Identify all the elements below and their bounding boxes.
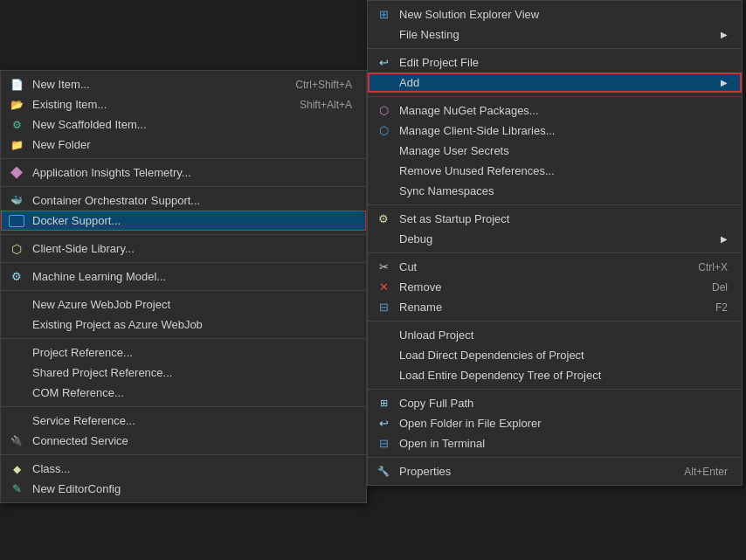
- menu-item-label: New Azure WebJob Project: [32, 298, 352, 311]
- left-menu-item-project-ref[interactable]: Project Reference...: [1, 342, 366, 363]
- menu-item-label: Open Folder in File Explorer: [399, 417, 728, 430]
- right-menu-item-manage-client-libs[interactable]: Manage Client-Side Libraries...: [368, 121, 742, 141]
- left-menu-item-new-item[interactable]: New Item...Ctrl+Shift+A: [1, 74, 366, 94]
- right-menu-item-rename[interactable]: RenameF2: [368, 297, 742, 317]
- left-menu-item-connected-service[interactable]: Connected Service: [1, 431, 366, 451]
- menu-separator: [368, 457, 742, 458]
- left-menu-item-client-side-lib[interactable]: Client-Side Library...: [1, 239, 366, 259]
- startup-icon: [375, 211, 392, 228]
- ml-icon: [8, 268, 25, 286]
- menu-item-label: Connected Service: [32, 434, 352, 447]
- clientlib-icon: [8, 240, 25, 258]
- menu-item-label: Load Entire Dependency Tree of Project: [399, 369, 728, 382]
- menu-separator: [1, 454, 366, 455]
- class-icon: [8, 460, 25, 478]
- right-menu-item-load-entire-tree[interactable]: Load Entire Dependency Tree of Project: [368, 365, 742, 385]
- menu-item-label: Class...: [32, 462, 352, 475]
- menu-item-shortcut: Ctrl+Shift+A: [278, 79, 352, 91]
- menu-item-label: Unload Project: [399, 328, 728, 342]
- folder-icon: [8, 136, 25, 154]
- right-menu-item-manage-user-secrets[interactable]: Manage User Secrets: [368, 141, 742, 161]
- menu-item-label: Open in Terminal: [399, 437, 728, 450]
- left-menu-item-com-ref[interactable]: COM Reference...: [1, 383, 366, 403]
- left-menu-item-new-scaffolded[interactable]: New Scaffolded Item...: [1, 114, 366, 135]
- right-menu-item-remove-unused-refs[interactable]: Remove Unused References...: [368, 161, 742, 181]
- left-menu-item-existing-item[interactable]: Existing Item...Shift+Alt+A: [1, 94, 366, 114]
- existing-icon: [8, 96, 25, 114]
- menu-separator: [1, 158, 366, 159]
- left-menu-item-new-folder[interactable]: New Folder: [1, 135, 366, 155]
- right-menu-item-properties[interactable]: PropertiesAlt+Enter: [368, 461, 742, 481]
- menu-item-label: New Scaffolded Item...: [32, 118, 352, 131]
- menu-item-label: Load Direct Dependencies of Project: [399, 349, 728, 362]
- menu-separator: [1, 338, 366, 339]
- menu-separator: [1, 406, 366, 407]
- submenu-arrow-icon: ▶: [721, 234, 728, 244]
- left-menu-item-app-insights[interactable]: Application Insights Telemetry...: [1, 162, 366, 183]
- menu-item-label: Set as Startup Project: [399, 212, 728, 225]
- menu-separator: [1, 234, 366, 235]
- right-menu-item-set-startup[interactable]: Set as Startup Project: [368, 209, 742, 229]
- menu-separator: [368, 252, 742, 253]
- menu-item-label: Cut: [399, 260, 680, 273]
- menu-item-label: Service Reference...: [32, 414, 352, 427]
- menu-item-label: New Item...: [32, 78, 278, 91]
- right-menu-item-cut[interactable]: CutCtrl+X: [368, 257, 742, 277]
- menu-separator: [368, 48, 742, 49]
- menu-item-label: Edit Project File: [399, 56, 728, 69]
- menu-item-label: Container Orchestrator Support...: [32, 194, 352, 207]
- submenu-arrow-icon: ▶: [721, 78, 728, 87]
- left-menu-item-new-editorconfig[interactable]: New EditorConfig: [1, 479, 366, 499]
- menu-item-shortcut: Alt+Enter: [667, 466, 728, 478]
- right-menu-item-open-terminal[interactable]: Open in Terminal: [368, 433, 742, 453]
- container-icon: [8, 192, 25, 210]
- left-menu-item-ml-model[interactable]: Machine Learning Model...: [1, 266, 366, 287]
- right-menu-item-add[interactable]: Add▶: [368, 73, 742, 93]
- menu-item-label: Properties: [399, 465, 667, 478]
- menu-item-label: Add: [399, 76, 721, 89]
- menu-item-label: New Folder: [32, 138, 352, 151]
- terminal-icon: [375, 435, 392, 453]
- right-menu-item-debug[interactable]: Debug▶: [368, 229, 742, 249]
- right-menu-item-sync-namespaces[interactable]: Sync Namespaces: [368, 181, 742, 201]
- right-menu-item-new-solution-explorer[interactable]: New Solution Explorer View: [368, 4, 742, 24]
- menu-item-label: Remove: [399, 280, 694, 294]
- menu-item-shortcut: F2: [698, 301, 728, 314]
- new-item-icon: [8, 76, 25, 93]
- menu-item-label: Remove Unused References...: [399, 164, 728, 177]
- properties-icon: [375, 463, 392, 480]
- menu-separator: [368, 389, 742, 390]
- menu-item-label: COM Reference...: [32, 386, 352, 399]
- menu-item-label: Rename: [399, 301, 698, 314]
- manage-icon: [375, 122, 392, 140]
- menu-item-label: Manage NuGet Packages...: [399, 104, 728, 117]
- left-menu-item-shared-project-ref[interactable]: Shared Project Reference...: [1, 363, 366, 383]
- editorconfig-icon: [8, 480, 25, 498]
- right-menu-item-edit-project-file[interactable]: Edit Project File: [368, 52, 742, 73]
- left-menu-item-service-ref[interactable]: Service Reference...: [1, 411, 366, 431]
- docker-icon: [8, 212, 25, 230]
- submenu-arrow-icon: ▶: [721, 30, 728, 39]
- rename-icon: [375, 299, 392, 316]
- menu-item-shortcut: Ctrl+X: [680, 261, 728, 273]
- left-menu-item-existing-azure[interactable]: Existing Project as Azure WebJob: [1, 315, 366, 335]
- left-menu-item-docker-support[interactable]: Docker Support...: [1, 211, 366, 231]
- scaffold-icon: [8, 116, 25, 134]
- left-menu-item-container-orchestrator[interactable]: Container Orchestrator Support...: [1, 190, 366, 211]
- right-menu-item-unload-project[interactable]: Unload Project: [368, 325, 742, 345]
- left-menu-item-azure-webjob[interactable]: New Azure WebJob Project: [1, 294, 366, 315]
- right-menu-item-remove[interactable]: RemoveDel: [368, 277, 742, 297]
- right-menu-item-file-nesting[interactable]: File Nesting▶: [368, 24, 742, 45]
- menu-item-label: New Solution Explorer View: [399, 8, 728, 21]
- remove-icon: [375, 279, 392, 296]
- left-menu-item-class[interactable]: Class...: [1, 459, 366, 479]
- menu-separator: [1, 262, 366, 263]
- menu-item-label: Client-Side Library...: [32, 242, 352, 255]
- right-menu-item-load-direct-deps[interactable]: Load Direct Dependencies of Project: [368, 345, 742, 365]
- menu-item-shortcut: Shift+Alt+A: [282, 99, 352, 111]
- right-menu-item-copy-full-path[interactable]: Copy Full Path: [368, 393, 742, 413]
- insights-icon: [8, 164, 25, 182]
- right-menu-item-open-folder-explorer[interactable]: Open Folder in File Explorer: [368, 413, 742, 433]
- right-menu-item-manage-nuget[interactable]: Manage NuGet Packages...: [368, 100, 742, 121]
- copy-icon: [375, 395, 392, 412]
